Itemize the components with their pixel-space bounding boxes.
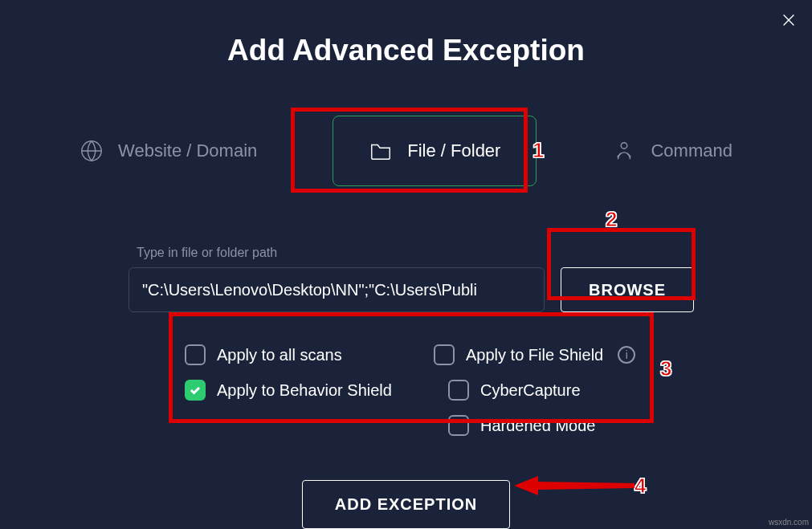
tab-website-domain[interactable]: Website / Domain xyxy=(44,116,292,185)
watermark: wsxdn.com xyxy=(769,518,809,527)
exception-type-tabs: Website / Domain File / Folder Command xyxy=(0,116,812,186)
option-hardened-mode: Hardened Mode xyxy=(448,415,659,436)
path-input-label: Type in file or folder path xyxy=(137,246,812,260)
checkbox-label: CyberCapture xyxy=(480,381,581,400)
folder-icon xyxy=(369,139,393,163)
checkbox-file-shield[interactable] xyxy=(434,344,455,365)
annotation-arrow-icon xyxy=(514,474,635,498)
close-button[interactable] xyxy=(780,11,798,29)
info-icon[interactable]: i xyxy=(618,346,635,364)
checkbox-label: Apply to Behavior Shield xyxy=(217,381,392,400)
path-section: Type in file or folder path BROWSE xyxy=(0,246,812,312)
path-input[interactable] xyxy=(129,267,545,312)
option-file-shield: Apply to File Shield i xyxy=(434,344,659,365)
option-all-scans: Apply to all scans xyxy=(185,344,426,365)
browse-button[interactable]: BROWSE xyxy=(561,267,694,312)
tab-label: Command xyxy=(651,140,732,161)
checkbox-cybercapture[interactable] xyxy=(448,380,469,401)
apply-options: Apply to all scans Apply to File Shield … xyxy=(185,344,812,436)
annotation-number-2: 2 xyxy=(606,207,617,232)
tab-label: File / Folder xyxy=(407,140,500,161)
tab-file-folder[interactable]: File / Folder xyxy=(333,116,537,186)
tab-label: Website / Domain xyxy=(118,140,257,161)
annotation-number-3: 3 xyxy=(660,356,671,381)
globe-icon xyxy=(80,139,104,163)
option-behavior-shield: Apply to Behavior Shield xyxy=(185,380,426,401)
checkbox-label: Apply to File Shield xyxy=(466,346,603,364)
checkbox-all-scans[interactable] xyxy=(185,344,206,365)
checkbox-hardened-mode[interactable] xyxy=(448,415,469,436)
annotation-number-1: 1 xyxy=(532,138,544,163)
checkbox-label: Hardened Mode xyxy=(480,417,595,435)
dialog-title: Add Advanced Exception xyxy=(0,34,812,67)
checkbox-behavior-shield[interactable] xyxy=(185,380,206,401)
svg-point-1 xyxy=(622,143,628,149)
checkbox-label: Apply to all scans xyxy=(217,346,342,364)
add-exception-button[interactable]: ADD EXCEPTION xyxy=(302,480,510,529)
option-cybercapture: CyberCapture xyxy=(448,380,659,401)
annotation-number-4: 4 xyxy=(635,474,646,498)
svg-marker-2 xyxy=(514,476,635,495)
command-icon xyxy=(612,139,636,163)
tab-command[interactable]: Command xyxy=(577,116,767,185)
